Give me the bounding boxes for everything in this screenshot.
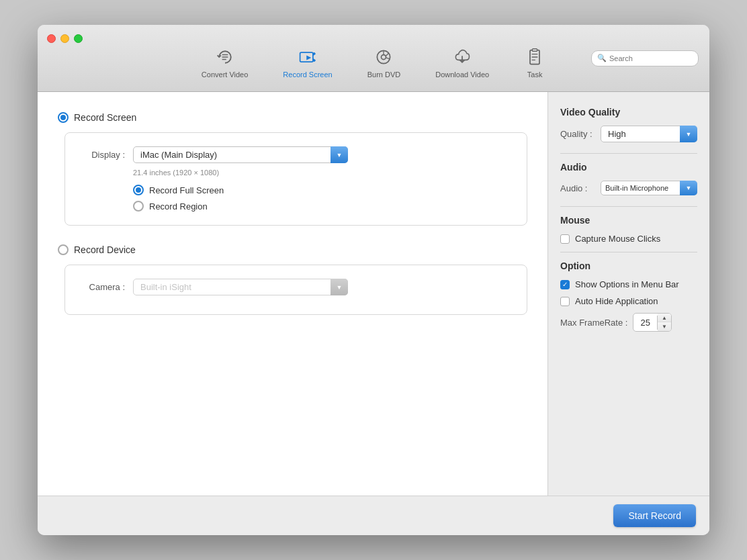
capture-mouse-label: Capture Mouse Clicks	[575, 234, 660, 244]
framerate-row: Max FrameRate : 25 ▲ ▼	[560, 313, 697, 332]
svg-line-13	[386, 57, 390, 58]
record-screen-radio[interactable]	[58, 112, 69, 123]
capture-mouse-checkbox[interactable]	[560, 234, 570, 244]
record-screen-card: Display : iMac (Main Display) 21.4 inche…	[64, 132, 527, 226]
record-device-header: Record Device	[58, 244, 527, 255]
maximize-button[interactable]	[74, 34, 83, 43]
svg-point-10	[382, 54, 386, 59]
auto-hide-label: Auto Hide Application	[575, 296, 658, 306]
download-video-label: Download Video	[435, 71, 489, 79]
burn-dvd-label: Burn DVD	[367, 71, 401, 79]
camera-label: Camera :	[81, 282, 125, 292]
quality-label: Quality :	[560, 129, 595, 139]
framerate-stepper[interactable]: 25 ▲ ▼	[633, 313, 671, 332]
audio-select-wrap: Built-in Microphone None	[601, 181, 697, 195]
auto-hide-checkbox[interactable]	[560, 297, 570, 306]
camera-select-wrap: Built-in iSight	[133, 279, 348, 295]
record-full-screen-radio[interactable]	[133, 185, 144, 195]
display-info: 21.4 inches (1920 × 1080)	[133, 169, 511, 177]
mouse-title: Mouse	[560, 215, 697, 226]
show-options-checkbox[interactable]	[560, 280, 570, 289]
record-region-label: Record Region	[149, 201, 208, 212]
stepper-down-button[interactable]: ▼	[658, 322, 671, 331]
record-screen-icon	[297, 46, 318, 68]
stepper-up-button[interactable]: ▲	[658, 314, 671, 322]
record-region-radio[interactable]	[133, 201, 144, 212]
search-icon: 🔍	[597, 54, 607, 62]
svg-point-7	[313, 52, 316, 55]
record-full-screen-option[interactable]: Record Full Screen	[133, 185, 511, 195]
svg-point-8	[313, 59, 316, 62]
record-device-card: Camera : Built-in iSight	[64, 265, 527, 315]
toolbar-record-screen[interactable]: Record Screen	[277, 44, 337, 81]
camera-select[interactable]: Built-in iSight	[133, 279, 348, 295]
audio-select[interactable]: Built-in Microphone None	[601, 181, 697, 195]
record-screen-header: Record Screen	[58, 112, 527, 123]
show-options-row[interactable]: Show Options in Menu Bar	[560, 279, 697, 289]
record-device-radio[interactable]	[58, 244, 69, 255]
burn-dvd-icon	[373, 46, 394, 68]
divider-1	[560, 153, 697, 154]
toolbar-burn-dvd[interactable]: Burn DVD	[362, 44, 406, 81]
task-label: Task	[527, 71, 543, 79]
titlebar: Convert Video Record Screen	[38, 25, 709, 92]
record-device-label: Record Device	[74, 244, 136, 255]
download-video-icon	[451, 46, 473, 68]
audio-title: Audio	[560, 162, 697, 173]
svg-line-12	[386, 53, 389, 56]
app-window: Convert Video Record Screen	[38, 25, 709, 535]
stepper-buttons: ▲ ▼	[658, 314, 671, 331]
audio-field-row: Audio : Built-in Microphone None	[560, 181, 697, 195]
auto-hide-row[interactable]: Auto Hide Application	[560, 296, 697, 306]
toolbar-task[interactable]: Task	[519, 44, 551, 81]
display-select[interactable]: iMac (Main Display)	[133, 146, 348, 163]
show-options-label: Show Options in Menu Bar	[575, 279, 679, 289]
option-title: Option	[560, 261, 697, 271]
video-quality-title: Video Quality	[560, 107, 697, 118]
traffic-lights	[47, 34, 83, 43]
convert-video-icon	[214, 46, 236, 68]
record-screen-label: Record Screen	[74, 112, 136, 123]
record-device-section: Record Device Camera : Built-in iSight	[58, 244, 527, 315]
quality-select[interactable]: High Medium Low	[601, 126, 697, 142]
display-select-wrap: iMac (Main Display)	[133, 146, 348, 163]
start-record-button[interactable]: Start Record	[613, 504, 696, 527]
audio-label: Audio :	[560, 183, 595, 193]
sidebar-panel: Video Quality Quality : High Medium Low …	[548, 92, 709, 496]
record-options: Record Full Screen Record Region	[133, 185, 511, 212]
record-screen-label: Record Screen	[283, 71, 332, 79]
svg-marker-4	[306, 55, 311, 60]
record-full-screen-label: Record Full Screen	[149, 185, 224, 195]
divider-3	[560, 252, 697, 252]
close-button[interactable]	[47, 34, 56, 43]
quality-select-wrap: High Medium Low	[601, 126, 697, 142]
search-input[interactable]	[609, 54, 693, 62]
search-box[interactable]: 🔍	[591, 50, 699, 66]
minimize-button[interactable]	[60, 34, 69, 43]
framerate-label: Max FrameRate :	[560, 318, 627, 328]
main-area: Record Screen Display : iMac (Main Displ…	[38, 92, 709, 496]
convert-video-label: Convert Video	[202, 71, 249, 79]
task-icon	[524, 46, 545, 68]
quality-field-row: Quality : High Medium Low	[560, 126, 697, 142]
display-field-row: Display : iMac (Main Display)	[81, 146, 511, 163]
camera-field-row: Camera : Built-in iSight	[81, 279, 511, 295]
toolbar-download-video[interactable]: Download Video	[430, 44, 494, 81]
bottom-bar: Start Record	[38, 496, 709, 535]
content-panel: Record Screen Display : iMac (Main Displ…	[38, 92, 548, 496]
record-screen-section: Record Screen Display : iMac (Main Displ…	[58, 112, 527, 226]
record-region-option[interactable]: Record Region	[133, 201, 511, 212]
toolbar: Convert Video Record Screen	[196, 25, 551, 91]
display-label: Display :	[81, 150, 125, 160]
divider-2	[560, 206, 697, 207]
capture-mouse-row[interactable]: Capture Mouse Clicks	[560, 234, 697, 244]
toolbar-convert-video[interactable]: Convert Video	[196, 44, 254, 81]
framerate-value: 25	[633, 316, 657, 330]
svg-rect-19	[533, 48, 537, 51]
